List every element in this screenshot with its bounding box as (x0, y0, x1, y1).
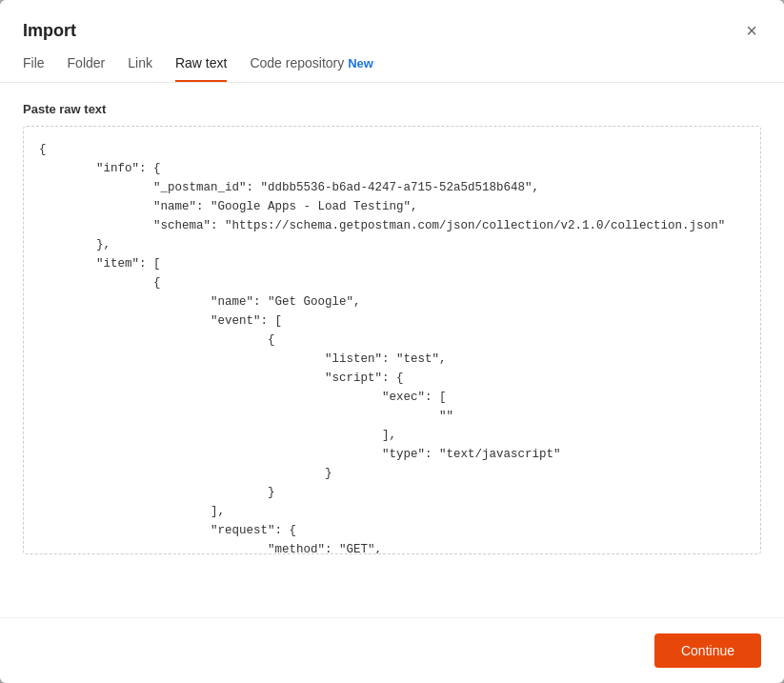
tab-folder[interactable]: Folder (68, 55, 106, 82)
close-button[interactable]: × (742, 17, 761, 44)
modal-body: Paste raw text (0, 83, 784, 617)
tabs-bar: File Folder Link Raw text Code repositor… (0, 44, 784, 83)
modal-overlay: Import × File Folder Link Raw text Code … (0, 0, 784, 683)
continue-button[interactable]: Continue (654, 633, 761, 668)
tab-file[interactable]: File (23, 55, 45, 82)
tab-code-repository[interactable]: Code repository New (250, 55, 372, 82)
raw-text-textarea[interactable] (23, 126, 761, 554)
section-label: Paste raw text (23, 102, 761, 116)
modal-header: Import × (0, 0, 784, 44)
tab-link[interactable]: Link (128, 55, 152, 82)
import-modal: Import × File Folder Link Raw text Code … (0, 0, 784, 683)
textarea-container (23, 126, 761, 598)
tab-new-badge: New (348, 56, 373, 70)
modal-title: Import (23, 21, 76, 41)
tab-raw-text[interactable]: Raw text (175, 55, 227, 82)
tab-code-repository-label: Code repository (250, 55, 344, 70)
modal-footer: Continue (0, 617, 784, 683)
